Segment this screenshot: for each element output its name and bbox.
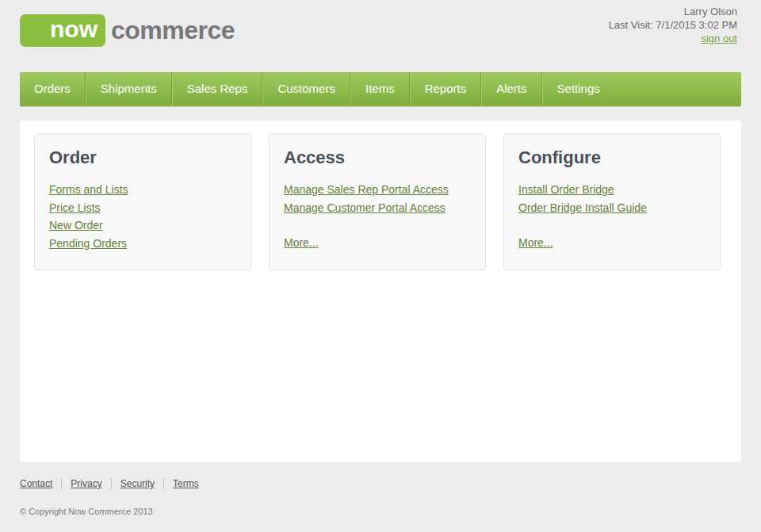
- copyright-text: © Copyright Now Commerce 2013: [20, 507, 741, 516]
- nav-item-customers[interactable]: Customers: [262, 72, 350, 106]
- nav-item-orders[interactable]: Orders: [20, 72, 86, 106]
- link-order-bridge-install-guide[interactable]: Order Bridge Install Guide: [518, 199, 647, 217]
- header: now commerce Larry Olson Last Visit: 7/1…: [0, 0, 761, 72]
- footer-separator: [111, 478, 112, 489]
- link-manage-sales-rep-portal-access[interactable]: Manage Sales Rep Portal Access: [284, 181, 449, 199]
- link-manage-customer-portal-access[interactable]: Manage Customer Portal Access: [284, 199, 446, 217]
- footer-separator: [163, 478, 164, 489]
- user-info: Larry Olson Last Visit: 7/1/2015 3:02 PM…: [609, 5, 737, 45]
- nav-item-sales-reps[interactable]: Sales Reps: [172, 72, 263, 106]
- main-nav: Orders Shipments Sales Reps Customers It…: [20, 72, 741, 106]
- main-panel: Order Forms and Lists Price Lists New Or…: [20, 121, 741, 462]
- now-commerce-logo: now commerce: [20, 14, 235, 47]
- configure-more-link[interactable]: More...: [518, 234, 553, 252]
- logo-now-badge: now: [20, 14, 105, 47]
- card-configure: Configure Install Order Bridge Order Bri…: [503, 133, 721, 270]
- card-order-title: Order: [49, 147, 236, 168]
- card-configure-title: Configure: [518, 147, 706, 168]
- page: now commerce Larry Olson Last Visit: 7/1…: [0, 0, 761, 532]
- nav-item-alerts[interactable]: Alerts: [481, 72, 541, 106]
- link-price-lists[interactable]: Price Lists: [49, 199, 101, 217]
- footer: Contact Privacy Security Terms © Copyrig…: [20, 478, 741, 516]
- link-pending-orders[interactable]: Pending Orders: [49, 235, 127, 253]
- card-order: Order Forms and Lists Price Lists New Or…: [34, 133, 251, 270]
- nav-item-settings[interactable]: Settings: [542, 72, 614, 106]
- card-order-links: Forms and Lists Price Lists New Order Pe…: [49, 181, 236, 252]
- last-visit: Last Visit: 7/1/2015 3:02 PM: [609, 18, 737, 32]
- sign-out-link[interactable]: sign out: [701, 33, 737, 44]
- footer-link-terms[interactable]: Terms: [173, 478, 199, 489]
- footer-links: Contact Privacy Security Terms: [20, 478, 741, 489]
- card-access: Access Manage Sales Rep Portal Access Ma…: [269, 133, 486, 270]
- dashboard-cards: Order Forms and Lists Price Lists New Or…: [34, 133, 727, 270]
- card-access-title: Access: [284, 147, 471, 168]
- user-name: Larry Olson: [609, 5, 737, 18]
- nav-item-items[interactable]: Items: [350, 72, 410, 106]
- link-forms-and-lists[interactable]: Forms and Lists: [49, 181, 128, 199]
- footer-separator: [61, 478, 62, 489]
- logo-commerce-text: commerce: [111, 16, 235, 45]
- card-configure-links: Install Order Bridge Order Bridge Instal…: [518, 181, 706, 216]
- access-more-link[interactable]: More...: [284, 234, 319, 252]
- nav-item-reports[interactable]: Reports: [410, 72, 482, 106]
- footer-link-security[interactable]: Security: [120, 478, 155, 489]
- footer-link-privacy[interactable]: Privacy: [71, 478, 101, 489]
- footer-link-contact[interactable]: Contact: [20, 478, 52, 489]
- nav-item-shipments[interactable]: Shipments: [86, 72, 172, 106]
- link-install-order-bridge[interactable]: Install Order Bridge: [518, 181, 614, 199]
- card-access-links: Manage Sales Rep Portal Access Manage Cu…: [284, 181, 471, 216]
- link-new-order[interactable]: New Order: [49, 216, 103, 235]
